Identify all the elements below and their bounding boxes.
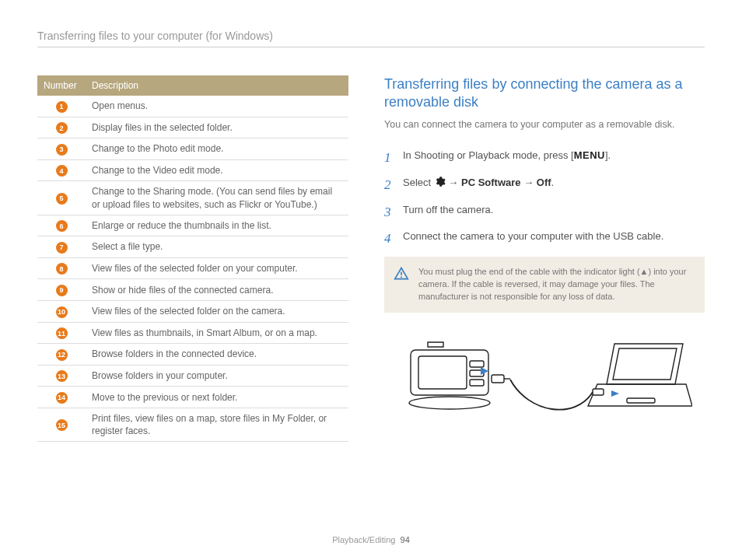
left-column: Number Description 1Open menus.2Display …	[37, 75, 348, 442]
pc-software-label: PC Software	[461, 177, 521, 188]
row-number-cell: 9	[37, 279, 86, 301]
row-number-cell: 1	[37, 96, 86, 117]
row-description-cell: View files of the selected folder on you…	[86, 257, 348, 279]
row-description-cell: Show or hide files of the connected came…	[86, 279, 348, 301]
step-number: 2	[384, 176, 395, 195]
row-description-cell: Change to the Video edit mode.	[86, 159, 348, 181]
period: .	[551, 177, 555, 188]
row-number-cell: 15	[37, 408, 86, 441]
table-row: 13Browse folders in your computer.	[37, 365, 348, 387]
number-badge: 13	[56, 370, 68, 382]
step-2-a: Select	[403, 177, 434, 188]
row-number-cell: 6	[37, 215, 86, 236]
menu-label: MENU	[574, 149, 605, 163]
row-description-cell: View files of the selected folder on the…	[86, 301, 348, 323]
number-badge: 11	[56, 327, 68, 339]
number-badge: 3	[56, 144, 68, 156]
warning-text-a: You must plug the end of the cable with …	[418, 267, 640, 276]
row-description-cell: Change to the Photo edit mode.	[86, 138, 348, 160]
table-row: 10View files of the selected folder on t…	[37, 301, 348, 323]
number-badge: 1	[56, 101, 68, 113]
row-number-cell: 11	[37, 322, 86, 344]
step-number: 4	[384, 229, 395, 249]
svg-rect-3	[418, 356, 467, 389]
step-1: 1 In Shooting or Playback mode, press [M…	[384, 149, 705, 168]
row-description-cell: Browse folders in the connected device.	[86, 344, 348, 366]
table-row: 11View files as thumbnails, in Smart Alb…	[37, 322, 348, 344]
row-description-cell: Display files in the selected folder.	[86, 117, 348, 138]
section-subtext: You can connect the camera to your compu…	[384, 118, 705, 132]
page-header: Transferring files to your computer (for…	[37, 30, 705, 42]
row-description-cell: Open menus.	[86, 96, 348, 117]
warning-icon	[394, 266, 409, 285]
svg-rect-6	[470, 380, 484, 386]
header-rule	[37, 47, 705, 47]
row-description-cell: Browse folders in your computer.	[86, 365, 348, 387]
svg-rect-4	[470, 361, 484, 367]
table-row: 15Print files, view files on a map, stor…	[37, 408, 348, 441]
section-heading: Transferring files by connecting the cam…	[384, 75, 705, 112]
row-description-cell: Move to the previous or next folder.	[86, 387, 348, 408]
row-number-cell: 12	[37, 344, 86, 366]
svg-point-7	[409, 397, 490, 409]
row-description-cell: Select a file type.	[86, 236, 348, 258]
number-badge: 4	[56, 165, 68, 177]
step-2: 2 Select → PC Software → Off.	[384, 176, 705, 195]
description-table: Number Description 1Open menus.2Display …	[37, 75, 348, 442]
step-text: Select → PC Software → Off.	[403, 176, 554, 195]
row-number-cell: 4	[37, 159, 86, 181]
off-label: Off	[537, 177, 551, 188]
svg-marker-12	[611, 390, 619, 397]
svg-rect-8	[492, 375, 504, 383]
right-column: Transferring files by connecting the cam…	[384, 75, 705, 442]
number-badge: 6	[56, 220, 68, 232]
number-badge: 2	[56, 122, 68, 134]
number-badge: 10	[56, 306, 68, 318]
table-row: 14Move to the previous or next folder.	[37, 387, 348, 408]
number-badge: 15	[56, 419, 68, 431]
table-row: 6Enlarge or reduce the thumbnails in the…	[37, 215, 348, 236]
warning-box: You must plug the end of the cable with …	[384, 257, 705, 313]
svg-rect-2	[411, 350, 488, 395]
row-number-cell: 2	[37, 117, 86, 138]
step-3: 3 Turn off the camera.	[384, 203, 705, 222]
step-number: 3	[384, 203, 395, 222]
table-row: 4Change to the Video edit mode.	[37, 159, 348, 181]
steps-list: 1 In Shooting or Playback mode, press [M…	[384, 149, 705, 249]
row-description-cell: Change to the Sharing mode. (You can sen…	[86, 181, 348, 215]
row-number-cell: 3	[37, 138, 86, 160]
row-number-cell: 7	[37, 236, 86, 258]
arrow: →	[521, 177, 537, 188]
page-number: 94	[401, 535, 410, 544]
table-row: 7Select a file type.	[37, 236, 348, 258]
page-footer: Playback/Editing 94	[0, 535, 742, 544]
col-header-description: Description	[86, 75, 348, 96]
step-1-a: In Shooting or Playback mode, press [	[403, 149, 574, 161]
number-badge: 9	[56, 285, 68, 296]
table-row: 12Browse folders in the connected device…	[37, 344, 348, 366]
row-description-cell: View files as thumbnails, in Smart Album…	[86, 322, 348, 344]
number-badge: 5	[56, 193, 68, 205]
row-number-cell: 14	[37, 387, 86, 408]
table-row: 1Open menus.	[37, 96, 348, 117]
connection-illustration	[384, 328, 705, 429]
number-badge: 14	[56, 392, 68, 404]
row-description-cell: Enlarge or reduce the thumbnails in the …	[86, 215, 348, 236]
svg-marker-9	[481, 367, 488, 375]
table-row: 9Show or hide files of the connected cam…	[37, 279, 348, 301]
svg-rect-11	[593, 389, 604, 395]
arrow: →	[446, 177, 461, 188]
step-text: In Shooting or Playback mode, press [MEN…	[403, 149, 611, 168]
row-number-cell: 5	[37, 181, 86, 215]
row-description-cell: Print files, view files on a map, store …	[86, 408, 348, 441]
row-number-cell: 8	[37, 257, 86, 279]
step-number: 1	[384, 149, 395, 168]
svg-point-1	[401, 276, 402, 278]
footer-section: Playback/Editing	[332, 535, 395, 544]
indicator-triangle: ▲	[640, 267, 649, 276]
col-header-number: Number	[37, 75, 86, 96]
number-badge: 8	[56, 263, 68, 275]
step-1-b: ].	[605, 149, 611, 161]
table-row: 2Display files in the selected folder.	[37, 117, 348, 138]
table-row: 5Change to the Sharing mode. (You can se…	[37, 181, 348, 215]
